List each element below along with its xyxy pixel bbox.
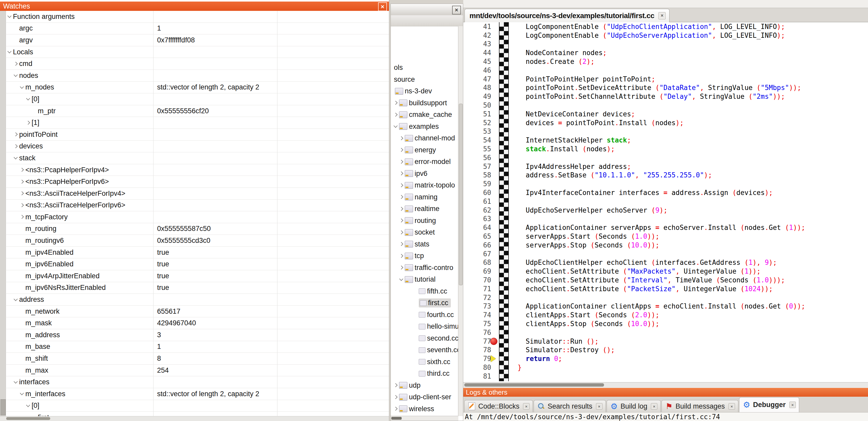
tree-item-energy[interactable]: energy <box>391 144 458 156</box>
watch-row[interactable]: interfaces <box>6 376 389 388</box>
tree-item-fourth-cc[interactable]: fourth.cc <box>391 309 458 321</box>
watch-row[interactable]: <ns3::AsciiTraceHelperForIpv4> <box>6 188 389 200</box>
line-number[interactable]: 53 <box>463 127 492 136</box>
chevron-right-icon[interactable] <box>393 100 399 106</box>
watch-row[interactable]: m_mask4294967040 <box>6 317 389 329</box>
watches-horizontal-scrollbar-thumb[interactable] <box>6 417 50 420</box>
watch-row[interactable]: [0] <box>6 400 389 412</box>
watch-row[interactable]: <ns3::AsciiTraceHelperForIpv6> <box>6 200 389 212</box>
chevron-right-icon[interactable] <box>19 202 25 208</box>
watch-row[interactable]: devices <box>6 141 389 153</box>
chevron-down-icon[interactable] <box>13 379 19 385</box>
log-tab-debugger[interactable]: ⚙Debugger× <box>739 397 799 412</box>
watch-row[interactable]: m_ptr0x55555556cf20 <box>6 105 389 117</box>
line-number[interactable]: 54 <box>463 136 492 144</box>
line-number[interactable]: 79 <box>463 354 492 363</box>
line-number[interactable]: 76 <box>463 328 492 337</box>
chevron-right-icon[interactable] <box>393 112 399 118</box>
line-number[interactable]: 56 <box>463 153 492 162</box>
line-number[interactable]: 77 <box>463 337 492 346</box>
watches-vertical-scrollbar[interactable] <box>0 11 6 416</box>
tree-item-wireless[interactable]: wireless <box>391 403 458 415</box>
editor-horizontal-scrollbar-thumb[interactable] <box>464 383 604 387</box>
line-number[interactable]: 49 <box>463 92 492 101</box>
watch-row[interactable]: m_interfacesstd::vector of length 2, cap… <box>6 388 389 400</box>
tree-item-udp[interactable]: udp <box>391 380 458 391</box>
watch-row[interactable]: <ns3::PcapHelperForIpv4> <box>6 164 389 176</box>
line-number[interactable]: 75 <box>463 319 492 328</box>
log-tab-code-blocks[interactable]: Code::Blocks× <box>464 400 533 412</box>
tree-item-naming[interactable]: naming <box>391 191 458 203</box>
projects-close-icon[interactable]: × <box>452 6 461 14</box>
tree-item-tcp[interactable]: tcp <box>391 250 458 262</box>
line-number[interactable]: 71 <box>463 285 492 293</box>
line-number[interactable]: 60 <box>463 188 492 197</box>
watch-row[interactable]: Locals <box>6 46 389 58</box>
chevron-right-icon[interactable] <box>393 406 399 412</box>
line-number[interactable]: 50 <box>463 101 492 110</box>
watch-row[interactable]: m_base1 <box>6 341 389 353</box>
chevron-right-icon[interactable] <box>399 159 404 165</box>
line-number[interactable]: 52 <box>463 119 492 127</box>
line-number[interactable]: 43 <box>463 40 492 48</box>
watches-horizontal-scrollbar[interactable] <box>0 416 389 421</box>
watch-row[interactable]: m_shift8 <box>6 353 389 365</box>
chevron-down-icon[interactable] <box>393 124 399 129</box>
log-tab-build-log[interactable]: ⚙Build log× <box>607 400 661 412</box>
editor-horizontal-scrollbar[interactable] <box>463 382 868 388</box>
editor-tab-first-cc[interactable]: mnt/dev/tools/source/ns-3-dev/examples/t… <box>465 9 670 22</box>
line-number[interactable]: 70 <box>463 276 492 285</box>
tree-item-routing[interactable]: routing <box>391 215 458 227</box>
chevron-down-icon[interactable] <box>13 155 19 161</box>
breakpoint-icon[interactable] <box>490 338 497 345</box>
watches-close-icon[interactable]: × <box>378 2 387 11</box>
line-number[interactable]: 78 <box>463 346 492 354</box>
line-number[interactable]: 48 <box>463 84 492 92</box>
line-number[interactable]: 66 <box>463 241 492 250</box>
chevron-right-icon[interactable] <box>399 241 404 247</box>
watch-row[interactable]: m_ipv6Enabledtrue <box>6 258 389 270</box>
tree-item-second-cc[interactable]: second.cc <box>391 332 458 345</box>
watch-row[interactable]: m_ipv4ArpJitterEnabledtrue <box>6 270 389 282</box>
chevron-down-icon[interactable] <box>25 96 31 102</box>
tree-item-buildsupport[interactable]: buildsupport <box>391 97 458 109</box>
projects-vertical-scrollbar-thumb[interactable] <box>459 104 463 285</box>
tree-item-source[interactable]: source <box>391 74 458 86</box>
chevron-right-icon[interactable] <box>25 120 31 126</box>
watches-titlebar[interactable]: Watches × <box>0 2 389 11</box>
watch-row[interactable]: address <box>6 294 389 306</box>
line-number[interactable]: 59 <box>463 180 492 188</box>
watch-row[interactable]: m_nodesstd::vector of length 2, capacity… <box>6 82 389 94</box>
watch-row[interactable]: pointToPoint <box>6 129 389 141</box>
chevron-down-icon[interactable] <box>19 85 25 90</box>
line-number[interactable]: 41 <box>463 22 492 31</box>
watch-row[interactable]: Function arguments <box>6 11 389 23</box>
line-number[interactable]: 65 <box>463 232 492 241</box>
watch-row[interactable]: argv0x7fffffffdf08 <box>6 34 389 46</box>
close-icon[interactable]: × <box>651 403 657 410</box>
line-number[interactable]: 72 <box>463 293 492 302</box>
chevron-right-icon[interactable] <box>399 183 404 188</box>
tree-item-cmake-cache[interactable]: cmake_cache <box>391 109 458 121</box>
tree-item-error-model[interactable]: error-model <box>391 156 458 168</box>
tree-item-stats[interactable]: stats <box>391 238 458 250</box>
chevron-right-icon[interactable] <box>399 147 404 153</box>
line-number[interactable]: 55 <box>463 144 492 153</box>
chevron-down-icon[interactable] <box>25 403 31 409</box>
watch-row[interactable]: [1] <box>6 117 389 129</box>
tree-item-ipv6[interactable]: ipv6 <box>391 168 458 180</box>
close-icon[interactable]: × <box>728 403 735 410</box>
chevron-right-icon[interactable] <box>399 206 404 212</box>
editor-tab-close-icon[interactable]: × <box>658 12 665 20</box>
close-icon[interactable]: × <box>523 403 529 410</box>
tree-item-matrix-topolo[interactable]: matrix-topolo <box>391 180 458 191</box>
line-number[interactable]: 61 <box>463 197 492 206</box>
line-number[interactable]: 45 <box>463 57 492 66</box>
tree-item-channel-mod[interactable]: channel-mod <box>391 132 458 144</box>
tree-item-tutorial[interactable]: tutorial <box>391 273 458 286</box>
chevron-right-icon[interactable] <box>399 171 404 176</box>
log-tab-search-results[interactable]: Search results× <box>534 400 606 412</box>
tree-item-third-cc[interactable]: third.cc <box>391 368 458 380</box>
tree-item-ols[interactable]: ols <box>391 62 458 74</box>
line-number[interactable]: 58 <box>463 171 492 180</box>
